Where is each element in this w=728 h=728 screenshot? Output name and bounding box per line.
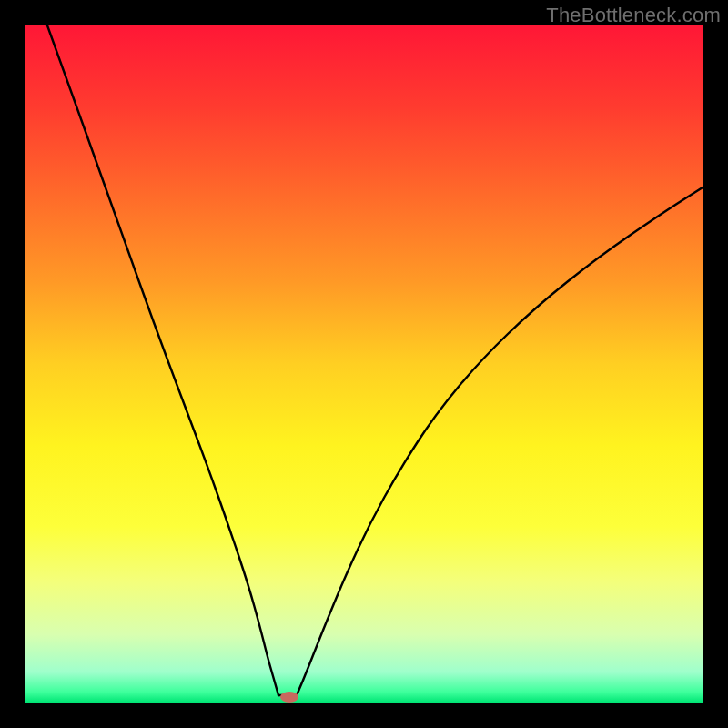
watermark-text: TheBottleneck.com (546, 4, 721, 27)
gradient-background (25, 25, 703, 703)
bottleneck-chart (25, 25, 703, 703)
optimum-marker (280, 692, 298, 703)
chart-frame (25, 25, 703, 703)
